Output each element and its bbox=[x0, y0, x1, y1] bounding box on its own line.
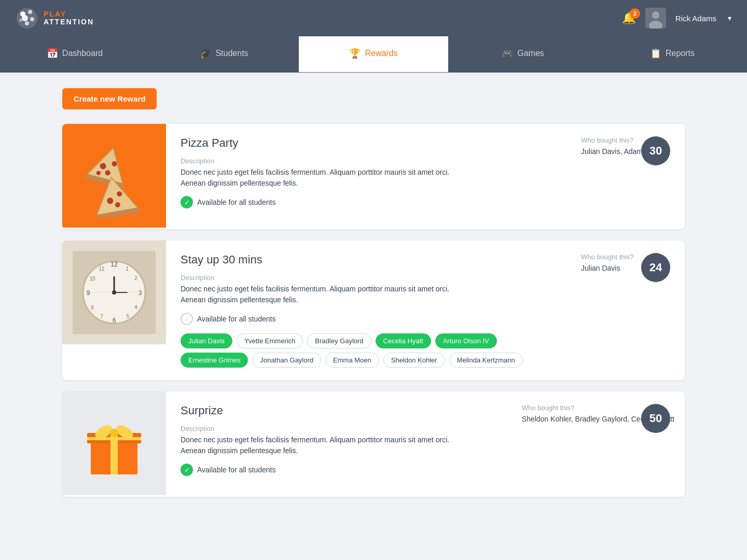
logo: PLAY ATTENTION bbox=[16, 7, 94, 30]
surprize-count: 50 bbox=[641, 404, 670, 433]
surprize-available-text: Available for all students bbox=[197, 466, 276, 474]
avatar-placeholder bbox=[645, 8, 666, 29]
svg-text:6: 6 bbox=[113, 317, 116, 324]
header-right: 🔔 2 Rick Adams ▾ bbox=[622, 8, 731, 29]
svg-point-4 bbox=[25, 21, 29, 25]
svg-text:3: 3 bbox=[139, 289, 142, 297]
pizza-party-desc: Donec nec justo eget felis facilisis fer… bbox=[181, 167, 450, 189]
nav-label-rewards: Rewards bbox=[365, 49, 397, 58]
create-reward-button[interactable]: Create new Reward bbox=[62, 88, 157, 109]
pizza-party-available-row: ✓ Available for all students bbox=[181, 196, 566, 208]
pizza-party-who-bought: Who bought this? Julian Davis, Adam Hugh… bbox=[581, 124, 685, 229]
list-item[interactable]: Yvette Emmerich bbox=[237, 333, 303, 348]
stay-up-available-row: ✓ Available for all students bbox=[181, 313, 566, 325]
svg-point-2 bbox=[28, 10, 32, 14]
sidebar-item-rewards[interactable]: 🏆 Rewards bbox=[299, 36, 448, 72]
list-item[interactable]: Sheldon Kohler bbox=[383, 353, 445, 368]
pizza-party-image bbox=[62, 124, 166, 228]
main-nav: 📅 Dashboard 🎓 Students 🏆 Rewards 🎮 Games… bbox=[0, 36, 747, 73]
surprize-desc-label: Description bbox=[181, 425, 507, 432]
notification-badge: 2 bbox=[630, 8, 640, 19]
logo-text: PLAY ATTENTION bbox=[44, 10, 94, 26]
svg-text:4: 4 bbox=[134, 304, 137, 310]
user-name: Rick Adams bbox=[675, 14, 716, 23]
surprize-available-row: ✓ Available for all students bbox=[181, 464, 507, 476]
pizza-party-desc-label: Description bbox=[181, 157, 566, 165]
notification-bell[interactable]: 🔔 2 bbox=[622, 11, 636, 25]
stay-up-check-icon: ✓ bbox=[181, 313, 193, 325]
rewards-icon: 🏆 bbox=[349, 48, 361, 59]
svg-text:1: 1 bbox=[126, 266, 129, 272]
list-item[interactable]: Bradley Gaylord bbox=[307, 333, 371, 348]
nav-label-games: Games bbox=[517, 49, 544, 58]
stay-up-desc: Donec nec justo eget felis facilisis fer… bbox=[181, 284, 450, 305]
sidebar-item-dashboard[interactable]: 📅 Dashboard bbox=[0, 36, 149, 72]
reward-card-stay-up: 12 3 6 9 1 2 4 5 7 8 10 11 bbox=[62, 241, 685, 380]
list-item[interactable]: Ernestine Grimes bbox=[181, 353, 248, 368]
list-item[interactable]: Arturo Olson IV bbox=[435, 333, 497, 348]
nav-label-students: Students bbox=[215, 49, 248, 58]
surprize-title: Surprize bbox=[181, 404, 507, 417]
nav-label-dashboard: Dashboard bbox=[62, 49, 103, 58]
stay-up-body: Stay up 30 mins Description Donec nec ju… bbox=[166, 241, 581, 380]
stay-up-title: Stay up 30 mins bbox=[181, 253, 566, 267]
svg-point-6 bbox=[22, 15, 28, 21]
surprize-check-icon: ✓ bbox=[181, 464, 193, 476]
svg-text:8: 8 bbox=[91, 305, 94, 311]
list-item[interactable]: Julian Davis bbox=[181, 333, 232, 348]
header: PLAY ATTENTION 🔔 2 Rick Adams ▾ bbox=[0, 0, 747, 36]
logo-play: PLAY bbox=[44, 10, 94, 18]
surprize-desc: Donec nec justo eget felis facilisis fer… bbox=[181, 435, 450, 456]
svg-point-8 bbox=[652, 11, 659, 19]
logo-icon bbox=[16, 7, 38, 30]
sidebar-item-games[interactable]: 🎮 Games bbox=[448, 36, 598, 72]
sidebar-item-students[interactable]: 🎓 Students bbox=[149, 36, 299, 72]
stay-up-desc-label: Description bbox=[181, 274, 566, 282]
svg-text:2: 2 bbox=[134, 275, 137, 281]
pizza-party-count: 30 bbox=[641, 136, 670, 165]
svg-rect-46 bbox=[87, 437, 141, 440]
stay-up-available-text: Available for all students bbox=[197, 315, 276, 323]
reward-card-pizza-party: Pizza Party Description Donec nec justo … bbox=[62, 124, 685, 229]
svg-text:10: 10 bbox=[89, 276, 95, 282]
dashboard-icon: 📅 bbox=[47, 48, 58, 59]
list-item[interactable]: Emma Moen bbox=[325, 353, 379, 368]
avatar bbox=[645, 8, 666, 29]
svg-point-3 bbox=[30, 17, 34, 21]
reward-card-surprize: Surprize Description Donec nec justo ege… bbox=[62, 391, 685, 497]
nav-label-reports: Reports bbox=[666, 49, 695, 58]
svg-text:11: 11 bbox=[99, 266, 105, 272]
list-item[interactable]: Melinda Kertzmann bbox=[449, 353, 523, 368]
svg-text:5: 5 bbox=[126, 314, 129, 319]
surprize-image bbox=[62, 391, 166, 495]
students-icon: 🎓 bbox=[200, 48, 211, 59]
stay-up-image: 12 3 6 9 1 2 4 5 7 8 10 11 bbox=[62, 241, 166, 344]
list-item[interactable]: Jonathan Gaylord bbox=[252, 353, 321, 368]
reports-icon: 📋 bbox=[650, 48, 661, 59]
pizza-party-body: Pizza Party Description Donec nec justo … bbox=[166, 124, 581, 229]
games-icon: 🎮 bbox=[502, 48, 513, 59]
available-check-icon: ✓ bbox=[181, 196, 193, 208]
main-content: Create new Reward bbox=[0, 73, 747, 524]
stay-up-who-bought: Who bought this? Julian Davis bbox=[581, 241, 685, 380]
dropdown-arrow-icon[interactable]: ▾ bbox=[728, 14, 731, 22]
svg-point-49 bbox=[110, 429, 118, 437]
svg-point-5 bbox=[19, 19, 22, 22]
svg-text:12: 12 bbox=[110, 261, 118, 268]
list-item[interactable]: Cecelia Hyatt bbox=[376, 333, 431, 348]
surprize-body: Surprize Description Donec nec justo ege… bbox=[166, 391, 522, 497]
svg-text:7: 7 bbox=[100, 314, 103, 319]
logo-attention: ATTENTION bbox=[44, 18, 94, 26]
pizza-party-title: Pizza Party bbox=[181, 136, 566, 150]
sidebar-item-reports[interactable]: 📋 Reports bbox=[598, 36, 747, 72]
pizza-party-available-text: Available for all students bbox=[197, 198, 276, 206]
svg-text:9: 9 bbox=[87, 289, 90, 297]
stay-up-tags: Julian DavisYvette EmmerichBradley Gaylo… bbox=[181, 333, 566, 368]
stay-up-count: 24 bbox=[641, 253, 670, 282]
